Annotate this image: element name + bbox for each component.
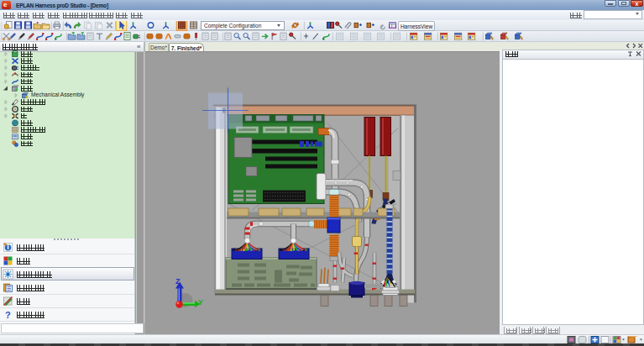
svg-text:?: ?: [5, 310, 11, 320]
svg-text:Z: Z: [175, 276, 181, 285]
svg-text:Y: Y: [198, 297, 203, 306]
